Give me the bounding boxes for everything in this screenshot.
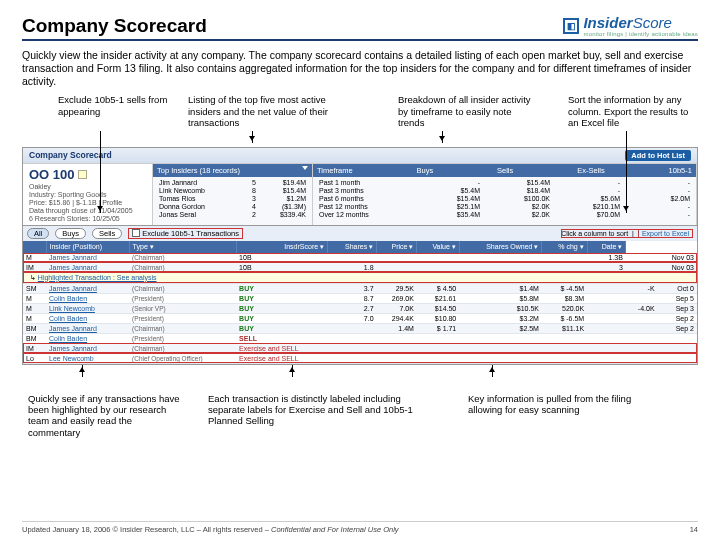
filter-icon[interactable] [302, 166, 308, 173]
table-row[interactable]: IMJames Jannard(Chairman)10B1.83Nov 03 [23, 262, 697, 272]
filter-all[interactable]: All [27, 228, 49, 239]
bottom-callouts: Quickly see if any transactions have bee… [22, 393, 698, 439]
callout-arrows-top [22, 131, 698, 145]
sort-hint: Click a column to sort [561, 230, 628, 237]
timeframe-col: Timeframe Buys Sells Ex-Sells 10b5-1 Pas… [313, 164, 697, 225]
company-research: 6 Research Stories: 10/25/05 [29, 215, 146, 222]
callout-exclude: Exclude 10b5-1 sells from appearing [52, 94, 182, 128]
timeframe-row: Past 12 months$25.1M$2.0K$210.1M- [319, 203, 690, 211]
table-row[interactable]: ↳ Highlighted Transaction : See analysis [23, 272, 697, 283]
timeframe-row: Over 12 months$35.4M$2.0K$70.0M- [319, 211, 690, 219]
page-footer: Updated January 18, 2006 © Insider Resea… [22, 521, 698, 534]
summary-panel: OO 100 Oakley Industry: Sporting Goods P… [23, 163, 697, 225]
intro-text: Quickly view the insider activity at any… [22, 49, 698, 88]
page-title: Company Scorecard [22, 15, 207, 37]
exclude-10b5-checkbox[interactable]: Exclude 10b5-1 Transactions [128, 228, 243, 239]
table-row[interactable]: IMJames Jannard(Chairman)Exercise and SE… [23, 343, 697, 353]
logo-text-2: Score [633, 14, 672, 31]
table-row[interactable]: BMJames Jannard(Chairman)BUY1.4M$ 1.71$2… [23, 323, 697, 333]
top-callouts: Exclude 10b5-1 sells from appearing List… [22, 94, 698, 128]
company-holdings: Data through close of 11/04/2005 [29, 207, 146, 214]
top-insider-row[interactable]: Jonas Seral2$339.4K [159, 211, 306, 219]
top-insiders-col: Top Insiders (18 records) Jim Jannard5$1… [153, 164, 313, 225]
table-header-row[interactable]: Insider (Position)Type ▾InsdrScore ▾Shar… [23, 241, 697, 253]
export-excel-link[interactable]: Export to Excel [638, 229, 693, 238]
timeframe-row: Past 6 months$15.4M$100.0K$5.6M$2.0M [319, 195, 690, 203]
top-insiders-header: Top Insiders (18 records) [153, 164, 312, 177]
filter-bar: All Buys Sells Exclude 10b5-1 Transactio… [23, 225, 697, 241]
callout-sort: Sort the information by any column. Expo… [562, 94, 702, 128]
company-col: OO 100 Oakley Industry: Sporting Goods P… [23, 164, 153, 225]
top-insider-row[interactable]: Link Newcomb8$15.4M [159, 187, 306, 195]
transactions-table: Insider (Position)Type ▾InsdrScore ▾Shar… [23, 241, 697, 364]
page-header: Company Scorecard ◧ InsiderScore monitor… [22, 14, 698, 41]
top-insider-row[interactable]: Jim Jannard5$19.4M [159, 179, 306, 187]
timeframe-row: Past 3 months$5.4M$18.4M-- [319, 187, 690, 195]
callout-arrows-bottom [22, 365, 698, 379]
app-titlebar: Company Scorecard Add to Hot List [23, 148, 697, 163]
callout-topinsiders: Listing of the top five most active insi… [182, 94, 342, 128]
table-row[interactable]: BMColin Baden(President)SELL [23, 333, 697, 343]
add-hotlist-button[interactable]: Add to Hot List [625, 150, 691, 161]
logo-tagline: monitor filings | identify actionable id… [583, 31, 698, 37]
filter-buys[interactable]: Buys [55, 228, 86, 239]
timeframe-header: Timeframe Buys Sells Ex-Sells 10b5-1 [313, 164, 696, 177]
callout-highlight: Quickly see if any transactions have bee… [22, 393, 192, 439]
callout-keyinfo: Key information is pulled from the filin… [462, 393, 652, 439]
export-area: Click a column to sort | Export to Excel [561, 229, 693, 238]
scorecard-app: Company Scorecard Add to Hot List OO 100… [22, 147, 698, 365]
table-row[interactable]: MLink Newcomb(Senior VP)BUY2.77.0K$14.50… [23, 303, 697, 313]
company-ticker: OO 100 [29, 167, 146, 182]
brand-logo: ◧ InsiderScore monitor filings | identif… [563, 14, 698, 37]
callout-labels: Each transaction is distinctly labeled i… [202, 393, 432, 439]
top-insider-row[interactable]: Tomas Rios3$1.2M [159, 195, 306, 203]
company-name: Oakley [29, 183, 146, 190]
timeframe-row: Past 1 month-$15.4M-- [319, 179, 690, 187]
page-number: 14 [690, 525, 698, 534]
callout-timeframe: Breakdown of all insider activity by tim… [392, 94, 542, 128]
table-row[interactable]: MColin Baden(President)BUY7.0294.4K$10.8… [23, 313, 697, 323]
filter-sells[interactable]: Sells [92, 228, 122, 239]
company-industry: Industry: Sporting Goods [29, 191, 146, 198]
company-price: Price: $15.86 | $-1.1B | Profile [29, 199, 146, 206]
table-row[interactable]: MColin Baden(President)BUY8.7269.0K$21.6… [23, 293, 697, 303]
logo-icon: ◧ [563, 18, 579, 34]
logo-text-1: Insider [583, 14, 632, 31]
top-insider-row[interactable]: Donna Gordon4($1.3M) [159, 203, 306, 211]
table-row[interactable]: MJames Jannard(Chairman)10B1.3BNov 03 [23, 253, 697, 263]
table-row[interactable]: SMJames Jannard(Chairman)BUY3.729.5K$ 4.… [23, 283, 697, 293]
info-icon[interactable] [78, 170, 87, 179]
table-row[interactable]: LoLee Newcomb(Chief Operating Officer)Ex… [23, 353, 697, 363]
